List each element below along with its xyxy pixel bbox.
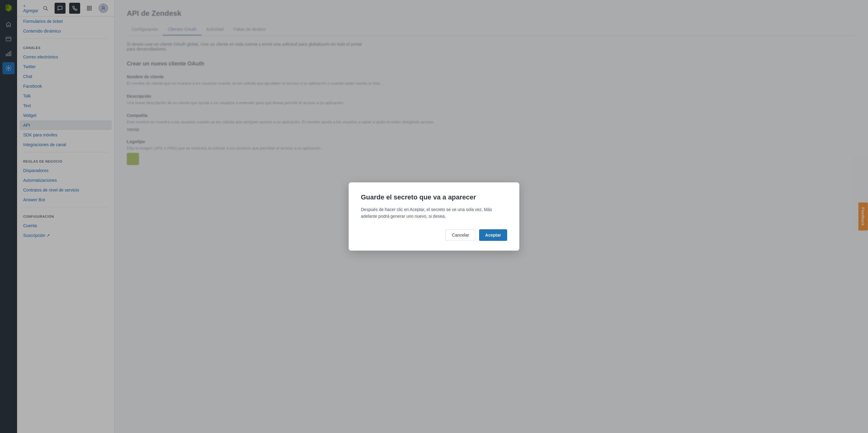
- cancel-button[interactable]: Cancelar: [445, 229, 475, 241]
- modal-title: Guarde el secreto que va a aparecer: [361, 193, 507, 201]
- modal-body: Después de hacer clic en Aceptar, el sec…: [361, 206, 507, 220]
- modal-backdrop: Guarde el secreto que va a aparecer Desp…: [0, 0, 868, 433]
- modal-dialog: Guarde el secreto que va a aparecer Desp…: [349, 182, 519, 251]
- modal-actions: Cancelar Aceptar: [361, 229, 507, 241]
- accept-button[interactable]: Aceptar: [479, 229, 507, 241]
